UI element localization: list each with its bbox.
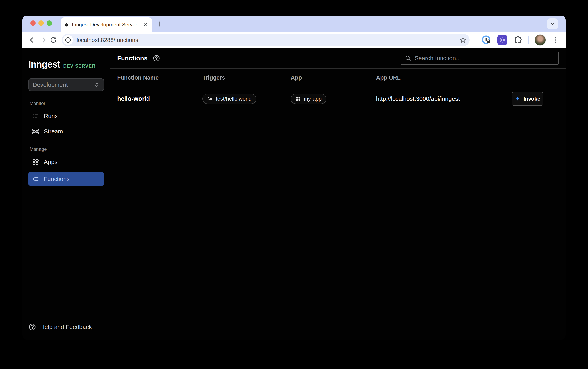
browser-menu-dots-icon[interactable] (552, 36, 559, 44)
sidebar-section-manage: Manage (28, 147, 104, 152)
chevron-updown-icon (94, 82, 100, 88)
sidebar: inngest DEV SERVER Development Monitor R… (22, 48, 110, 340)
inngest-favicon-icon (65, 20, 68, 29)
app-grid-icon (295, 96, 301, 101)
toolbar-separator (528, 36, 529, 44)
window-controls (30, 20, 52, 26)
column-triggers: Triggers (202, 74, 291, 81)
main-content: Functions Function Name Triggers App App… (110, 48, 566, 340)
dev-server-badge: DEV SERVER (63, 63, 95, 69)
sidebar-item-label: Stream (44, 128, 63, 135)
table-header: Function Name Triggers App App URL (110, 69, 566, 87)
search-input[interactable] (415, 55, 555, 61)
apps-icon (32, 158, 40, 166)
profile-avatar[interactable] (535, 34, 546, 46)
close-window-button[interactable] (30, 20, 36, 26)
environment-selector[interactable]: Development (28, 78, 104, 91)
search-icon (405, 55, 411, 61)
forward-button[interactable] (38, 35, 48, 45)
column-function-name: Function Name (117, 74, 202, 81)
search-function-box[interactable] (401, 52, 559, 65)
tab-title: Inngest Development Server (72, 21, 137, 28)
zoom-window-button[interactable] (47, 20, 52, 26)
inngest-dev-server-page: inngest DEV SERVER Development Monitor R… (22, 48, 566, 340)
sidebar-item-stream[interactable]: Stream (28, 126, 104, 137)
help-icon (28, 323, 36, 331)
sidebar-item-apps[interactable]: Apps (28, 156, 104, 168)
help-icon[interactable] (153, 54, 160, 62)
tab-strip: Inngest Development Server (22, 16, 566, 32)
function-name-cell[interactable]: hello-world (117, 95, 202, 102)
column-app-url: App URL (376, 74, 559, 81)
url-text: localhost:8288/functions (76, 37, 138, 43)
tab-close-icon[interactable] (142, 22, 148, 28)
page-title: Functions (117, 55, 147, 62)
password-manager-extension-icon[interactable] (481, 35, 492, 45)
app-cell: my-app (291, 94, 376, 104)
sidebar-item-label: Apps (44, 159, 57, 165)
sidebar-item-functions[interactable]: Functions (28, 172, 104, 186)
app-badge[interactable]: my-app (291, 94, 326, 104)
new-tab-button[interactable] (155, 20, 164, 28)
purple-extension-icon[interactable] (497, 35, 507, 45)
runs-icon (32, 112, 40, 120)
sidebar-item-label: Functions (44, 176, 70, 182)
help-and-feedback-label: Help and Feedback (40, 324, 92, 330)
sidebar-item-runs[interactable]: Runs (28, 110, 104, 121)
minimize-window-button[interactable] (39, 20, 44, 26)
toolbar-extensions (481, 34, 560, 46)
extensions-puzzle-icon[interactable] (513, 36, 522, 44)
sidebar-item-label: Runs (44, 113, 58, 119)
stream-icon (32, 128, 40, 135)
app-badge-label: my-app (304, 96, 322, 102)
bookmark-star-icon[interactable] (459, 36, 466, 44)
sidebar-section-monitor: Monitor (28, 100, 104, 106)
logo: inngest DEV SERVER (28, 59, 104, 70)
back-button[interactable] (28, 35, 38, 45)
invoke-button[interactable]: Invoke (512, 92, 543, 106)
column-app: App (291, 74, 376, 81)
tab-search-chevron-button[interactable] (547, 18, 558, 30)
inngest-wordmark: inngest (28, 59, 60, 70)
trigger-badge[interactable]: test/hello.world (202, 94, 256, 104)
browser-tab[interactable]: Inngest Development Server (61, 17, 152, 32)
invoke-button-label: Invoke (523, 96, 540, 102)
table-row[interactable]: hello-world test/hello.world my-ap (110, 87, 566, 111)
environment-selector-value: Development (33, 81, 68, 88)
main-header: Functions (110, 48, 566, 69)
address-bar[interactable]: localhost:8288/functions (62, 34, 470, 46)
functions-icon (32, 175, 40, 183)
triggers-cell: test/hello.world (202, 94, 291, 104)
site-info-icon[interactable] (63, 35, 73, 45)
help-and-feedback[interactable]: Help and Feedback (28, 323, 92, 331)
bolt-icon (515, 96, 521, 102)
app-url-cell: http://localhost:3000/api/inngest (376, 95, 512, 102)
trigger-badge-label: test/hello.world (216, 96, 252, 102)
reload-button[interactable] (48, 35, 59, 45)
browser-toolbar: localhost:8288/functions (22, 32, 566, 48)
browser-window: Inngest Development Server localhost:828… (22, 16, 566, 340)
event-trigger-icon (207, 96, 213, 102)
